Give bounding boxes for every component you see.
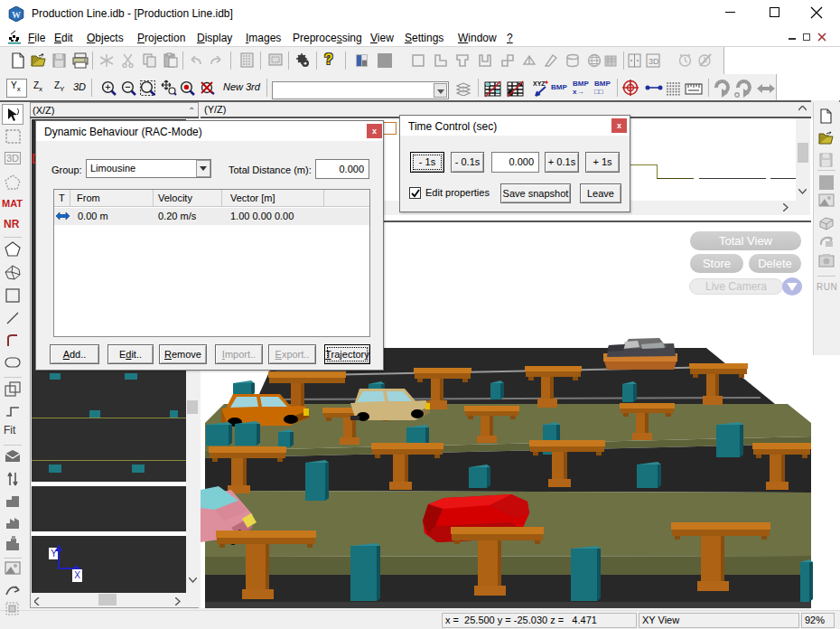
svg-text:W: W xyxy=(12,10,21,20)
